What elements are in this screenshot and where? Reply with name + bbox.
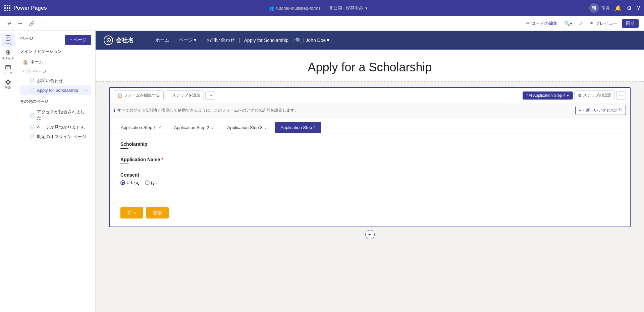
brand-name: 会社名 (116, 36, 134, 44)
sidebar-content: ページ + ページ メイン ナビゲーション 🏠 ホーム › 📄 ページ 📄 お問… (16, 31, 96, 312)
svg-rect-6 (4, 10, 6, 11)
app-grid-icon[interactable] (4, 5, 11, 11)
project-status: 非公開 - 保存済み (329, 5, 364, 11)
gear-icon: ⚙ (578, 93, 582, 98)
add-section-button[interactable]: + (365, 230, 375, 239)
radio-no-label: いいえ (126, 180, 140, 186)
chevron-icon: › (23, 70, 24, 73)
check-icon-1: ✓ (158, 125, 161, 130)
step-3-label: Application Step 3 (227, 125, 263, 130)
add-step-button[interactable]: + ステップを追加 (165, 90, 204, 100)
step-tab-3[interactable]: Application Step 3 ✓ (222, 122, 274, 133)
sidebar-header: ページ + ページ (20, 35, 91, 45)
nav-item-page[interactable]: › 📄 ページ (20, 67, 91, 76)
form-editor-container: 📋 フォームを編集する + ステップを追加 ··· 4/4 Applicatio… (109, 87, 631, 227)
svg-rect-5 (9, 7, 10, 9)
check-icon-2: ✓ (211, 125, 215, 130)
site-nav-scholarship[interactable]: Apply for Scholarship (241, 36, 291, 44)
radio-no[interactable]: いいえ (120, 180, 140, 186)
redo-button[interactable]: ↪ (16, 19, 24, 27)
nav-item-not-found[interactable]: 📄 ページが見つかりません (20, 123, 91, 132)
site-user[interactable]: John Doe▼ (306, 38, 330, 43)
prev-button[interactable]: 前へ (120, 207, 143, 219)
app-name-label: Application Name * (120, 157, 619, 162)
other-pages-label: その他のページ (20, 99, 91, 105)
edit-code-button[interactable]: ✏ コードの編集 (524, 19, 559, 28)
main-layout: ページ スタイル データ 設定 ページ + ページ メイン (0, 31, 644, 312)
second-bar: ↩ ↪ 🔗 ✏ コードの編集 🔍▾ ⤢ 👁 プレビュー 同期 (0, 16, 644, 31)
nav-item-scholarship[interactable]: 📄 Apply for Scholarship ··· (20, 85, 91, 95)
new-access-button[interactable]: + + 新しいアクセス許可 (575, 106, 626, 115)
nav-scholarship-label: Apply for Scholarship (37, 88, 78, 93)
site-nav-pages[interactable]: ページ▼ (176, 36, 200, 45)
sidebar-icon-pages[interactable]: ページ (1, 34, 15, 47)
user-env: 環境 (601, 5, 609, 11)
svg-rect-3 (4, 7, 6, 9)
step-selector-button[interactable]: 4/4 Application Step 4 ▾ (523, 91, 573, 100)
pages-label: ページ (20, 36, 33, 42)
radio-yes-label: はい (151, 180, 160, 186)
access-denied-icon: 📄 (30, 113, 35, 118)
add-page-button[interactable]: + ページ (65, 35, 91, 45)
nav-item-contact[interactable]: 📄 お問い合わせ (20, 76, 91, 85)
step-tab-2[interactable]: Application Step 2 ✓ (168, 122, 220, 133)
brand-icon: ⊙ (104, 36, 113, 45)
check-icon-3: ✓ (264, 125, 268, 130)
offline-icon: 📄 (30, 134, 35, 139)
form-toolbar: 📋 フォームを編集する + ステップを追加 ··· 4/4 Applicatio… (110, 88, 630, 103)
sidebar-icon-data[interactable]: データ (1, 63, 15, 76)
step-settings-button[interactable]: ⚙ ステップの設定 (574, 90, 615, 100)
sidebar-icon-settings[interactable]: 設定 (1, 78, 15, 91)
dropdown-chevron-icon: ▾ (567, 93, 569, 98)
sidebar-icon-style[interactable]: スタイル (1, 48, 15, 62)
radio-no-circle (120, 180, 125, 185)
more-btn-2[interactable]: ··· (616, 91, 626, 100)
site-nav-contact[interactable]: お問い合わせ (204, 36, 237, 45)
app-name: Power Pages (13, 5, 47, 11)
nav-item-offline[interactable]: 📄 既定のオフライン ページ (20, 132, 91, 141)
step-tab-1[interactable]: Application Step 1 ✓ (115, 122, 167, 133)
help-icon[interactable]: ? (637, 5, 640, 11)
nav-item-home[interactable]: 🏠 ホーム (20, 57, 91, 67)
submit-button[interactable]: 送信 (146, 207, 169, 219)
field-consent: Consent いいえ はい (120, 172, 619, 186)
page-icon: 📄 (26, 69, 31, 74)
avatar: 環 (589, 3, 599, 13)
nav-item-access-denied[interactable]: 📄 アクセスが拒否されました (20, 107, 91, 123)
access-notice-text: すべてのサイト訪閲者が表示して使用できるように、このフォームへのアクセス許可を設… (117, 108, 299, 113)
preview-button[interactable]: 👁 プレビュー (588, 19, 619, 28)
site-nav-links: ホーム | ページ▼ | お問い合わせ | Apply for Scholars… (153, 36, 636, 45)
nav-page-label: ページ (33, 68, 46, 74)
page-title-area: Apply for a Scholarship (96, 50, 644, 82)
dropdown-icon[interactable]: ▾ (365, 6, 368, 11)
zoom-button[interactable]: 🔍▾ (562, 19, 574, 27)
scholarship-line (120, 148, 128, 149)
offline-label: 既定のオフライン ページ (37, 134, 86, 140)
more-btn-1[interactable]: ··· (205, 91, 215, 100)
notification-icon[interactable]: 🔔 (615, 5, 622, 11)
sync-button[interactable]: 同期 (622, 19, 639, 28)
second-bar-right: ✏ コードの編集 🔍▾ ⤢ 👁 プレビュー 同期 (524, 19, 639, 28)
form-buttons: 前へ 送信 (110, 202, 630, 227)
edit-form-button[interactable]: 📋 フォームを編集する (114, 90, 164, 100)
more-options-icon[interactable]: ··· (84, 87, 89, 93)
svg-rect-14 (5, 65, 10, 69)
not-found-label: ページが見つかりません (37, 124, 85, 130)
link-button[interactable]: 🔗 (27, 19, 37, 27)
consent-options: いいえ はい (120, 180, 619, 186)
site-nav-home[interactable]: ホーム (153, 36, 172, 45)
site-search-icon[interactable]: 🔍 (295, 37, 302, 44)
nav-home-label: ホーム (30, 59, 43, 65)
expand-button[interactable]: ⤢ (577, 19, 585, 27)
content-area: ⊙ 会社名 ホーム | ページ▼ | お問い合わせ | Apply for Sc… (96, 31, 644, 312)
sidebar-icons: ページ スタイル データ 設定 (0, 31, 16, 312)
site-nav: ⊙ 会社名 ホーム | ページ▼ | お問い合わせ | Apply for Sc… (96, 31, 644, 50)
access-notice: ℹ すべてのサイト訪閲者が表示して使用できるように、このフォームへのアクセス許可… (110, 103, 630, 118)
app-name-line (120, 164, 128, 164)
settings-icon[interactable]: ⚙ (627, 5, 632, 11)
step-tab-4[interactable]: Application Step 4 (275, 122, 321, 133)
field-scholarship: Scholarship (120, 141, 619, 149)
undo-button[interactable]: ↩ (5, 19, 13, 27)
radio-yes[interactable]: はい (145, 180, 160, 186)
user-area: 環 環境 (589, 3, 609, 13)
